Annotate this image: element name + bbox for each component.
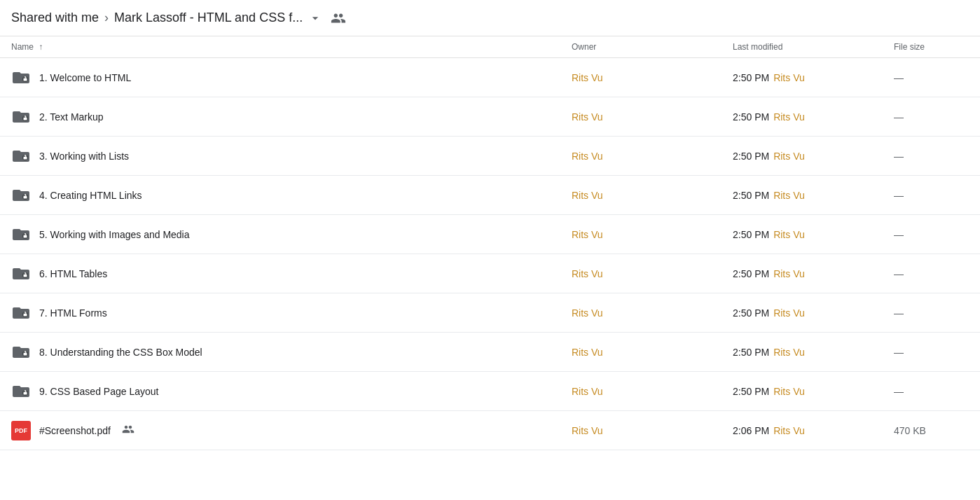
owner-link[interactable]: Rits Vu <box>572 347 603 358</box>
file-size-cell: — <box>883 137 980 176</box>
owner-cell[interactable]: Rits Vu <box>560 176 722 215</box>
owner-cell[interactable]: Rits Vu <box>560 58 722 97</box>
table-row[interactable]: 6. HTML TablesRits Vu2:50 PMRits Vu— <box>0 254 980 293</box>
column-header-last-modified[interactable]: Last modified <box>722 36 883 58</box>
breadcrumb-shared-link[interactable]: Shared with me <box>11 11 99 25</box>
modified-time: 2:50 PM <box>733 386 769 397</box>
table-row[interactable]: 4. Creating HTML LinksRits Vu2:50 PMRits… <box>0 176 980 215</box>
file-table: Name ↑ Owner Last modified File size 1. … <box>0 36 980 450</box>
owner-link[interactable]: Rits Vu <box>572 151 603 162</box>
name-cell: 9. CSS Based Page Layout <box>0 372 560 411</box>
modified-time: 2:50 PM <box>733 72 769 83</box>
modified-cell: 2:50 PMRits Vu <box>722 215 883 254</box>
file-name-label: 1. Welcome to HTML <box>39 72 131 83</box>
modified-owner[interactable]: Rits Vu <box>773 151 805 162</box>
name-cell: 8. Understanding the CSS Box Model <box>0 333 560 372</box>
table-row[interactable]: 8. Understanding the CSS Box ModelRits V… <box>0 333 980 372</box>
owner-link[interactable]: Rits Vu <box>572 386 603 397</box>
modified-cell: 2:50 PMRits Vu <box>722 293 883 333</box>
name-cell: 3. Working with Lists <box>0 137 560 176</box>
modified-cell: 2:50 PMRits Vu <box>722 58 883 97</box>
file-name-label: 2. Text Markup <box>39 111 104 123</box>
column-header-owner[interactable]: Owner <box>560 36 722 58</box>
file-name-label: 9. CSS Based Page Layout <box>39 386 158 397</box>
modified-cell: 2:50 PMRits Vu <box>722 176 883 215</box>
owner-link[interactable]: Rits Vu <box>572 72 603 83</box>
table-row[interactable]: 7. HTML FormsRits Vu2:50 PMRits Vu— <box>0 293 980 333</box>
folder-shared-icon <box>11 107 31 127</box>
column-header-file-size[interactable]: File size <box>883 36 980 58</box>
name-cell: 6. HTML Tables <box>0 254 560 293</box>
name-cell: 7. HTML Forms <box>0 293 560 333</box>
modified-time: 2:50 PM <box>733 111 769 123</box>
folder-shared-icon <box>11 186 31 205</box>
breadcrumb-separator: › <box>104 11 109 25</box>
file-name-label: 6. HTML Tables <box>39 268 107 279</box>
modified-owner[interactable]: Rits Vu <box>773 72 805 83</box>
modified-owner[interactable]: Rits Vu <box>773 307 805 319</box>
pdf-file-icon: PDF <box>11 421 31 440</box>
people-shared-badge <box>122 423 134 438</box>
breadcrumb-bar: Shared with me › Mark Lassoff - HTML and… <box>0 0 980 36</box>
modified-cell: 2:06 PMRits Vu <box>722 411 883 450</box>
modified-cell: 2:50 PMRits Vu <box>722 372 883 411</box>
file-size-cell: — <box>883 58 980 97</box>
modified-owner[interactable]: Rits Vu <box>773 425 805 436</box>
owner-cell[interactable]: Rits Vu <box>560 254 722 293</box>
owner-link[interactable]: Rits Vu <box>572 425 603 436</box>
file-size-cell: — <box>883 254 980 293</box>
name-cell: 1. Welcome to HTML <box>0 58 560 97</box>
owner-link[interactable]: Rits Vu <box>572 229 603 240</box>
modified-cell: 2:50 PMRits Vu <box>722 333 883 372</box>
file-size-cell: — <box>883 97 980 137</box>
file-size-cell: 470 KB <box>883 411 980 450</box>
breadcrumb-current-folder: Mark Lassoff - HTML and CSS f... <box>114 11 303 25</box>
file-name-label: 3. Working with Lists <box>39 151 129 162</box>
table-row[interactable]: 5. Working with Images and MediaRits Vu2… <box>0 215 980 254</box>
table-row[interactable]: 2. Text MarkupRits Vu2:50 PMRits Vu— <box>0 97 980 137</box>
owner-link[interactable]: Rits Vu <box>572 190 603 201</box>
modified-time: 2:50 PM <box>733 307 769 319</box>
owner-link[interactable]: Rits Vu <box>572 268 603 279</box>
file-size-cell: — <box>883 293 980 333</box>
modified-owner[interactable]: Rits Vu <box>773 111 805 123</box>
owner-cell[interactable]: Rits Vu <box>560 372 722 411</box>
folder-shared-icon <box>11 264 31 284</box>
name-cell: PDF#Screenshot.pdf <box>0 411 560 450</box>
folder-shared-icon <box>11 225 31 244</box>
owner-cell[interactable]: Rits Vu <box>560 293 722 333</box>
table-row[interactable]: PDF#Screenshot.pdf Rits Vu2:06 PMRits Vu… <box>0 411 980 450</box>
modified-time: 2:50 PM <box>733 190 769 201</box>
modified-time: 2:50 PM <box>733 268 769 279</box>
modified-owner[interactable]: Rits Vu <box>773 347 805 358</box>
owner-cell[interactable]: Rits Vu <box>560 215 722 254</box>
column-header-name[interactable]: Name ↑ <box>0 36 560 58</box>
modified-owner[interactable]: Rits Vu <box>773 386 805 397</box>
modified-cell: 2:50 PMRits Vu <box>722 97 883 137</box>
file-name-label: 7. HTML Forms <box>39 307 107 319</box>
modified-time: 2:50 PM <box>733 151 769 162</box>
owner-cell[interactable]: Rits Vu <box>560 97 722 137</box>
modified-owner[interactable]: Rits Vu <box>773 268 805 279</box>
table-header-row: Name ↑ Owner Last modified File size <box>0 36 980 58</box>
table-row[interactable]: 9. CSS Based Page LayoutRits Vu2:50 PMRi… <box>0 372 980 411</box>
owner-link[interactable]: Rits Vu <box>572 111 603 123</box>
name-cell: 2. Text Markup <box>0 97 560 137</box>
folder-shared-icon <box>11 303 31 323</box>
table-row[interactable]: 3. Working with ListsRits Vu2:50 PMRits … <box>0 137 980 176</box>
owner-cell[interactable]: Rits Vu <box>560 137 722 176</box>
owner-link[interactable]: Rits Vu <box>572 307 603 319</box>
name-cell: 5. Working with Images and Media <box>0 215 560 254</box>
owner-cell[interactable]: Rits Vu <box>560 411 722 450</box>
modified-cell: 2:50 PMRits Vu <box>722 137 883 176</box>
breadcrumb-dropdown-icon[interactable] <box>308 11 322 25</box>
breadcrumb-people-icon <box>331 11 346 26</box>
modified-owner[interactable]: Rits Vu <box>773 190 805 201</box>
file-size-cell: — <box>883 176 980 215</box>
table-row[interactable]: 1. Welcome to HTMLRits Vu2:50 PMRits Vu— <box>0 58 980 97</box>
file-size-cell: — <box>883 372 980 411</box>
folder-shared-icon <box>11 382 31 401</box>
folder-shared-icon <box>11 342 31 362</box>
modified-owner[interactable]: Rits Vu <box>773 229 805 240</box>
owner-cell[interactable]: Rits Vu <box>560 333 722 372</box>
